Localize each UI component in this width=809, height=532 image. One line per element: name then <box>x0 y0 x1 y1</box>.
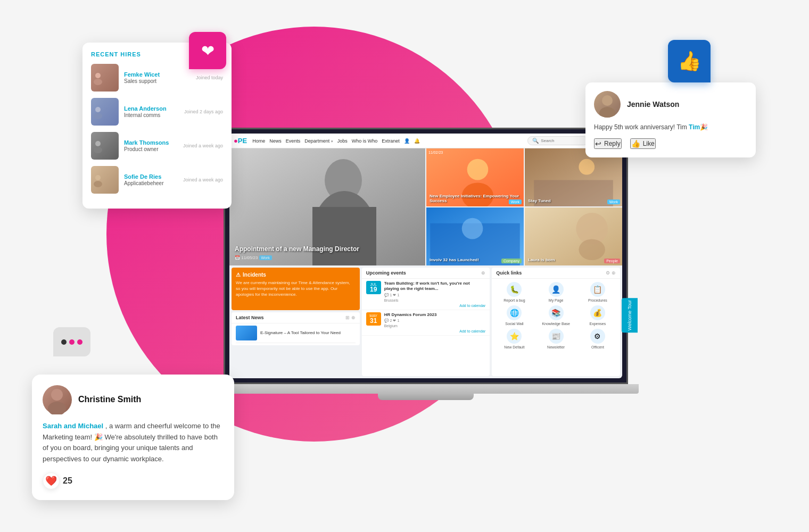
event-date-box-2: May 31 <box>366 312 381 326</box>
nav-icon-2[interactable]: 🔔 <box>414 138 420 144</box>
browser-content: ●PE Home News Events Department ▾ Jobs W… <box>229 134 622 378</box>
event-city-2: Belgium <box>384 324 486 328</box>
nav-extranet[interactable]: Extranet <box>382 138 400 144</box>
jennie-message: Happy 5th work anniversary! Tim Tim🎉 <box>594 123 747 132</box>
event-city-1: Brussels <box>384 298 486 302</box>
quick-link-my-page[interactable]: 👤 My Page <box>537 282 575 302</box>
event-day-1: 19 <box>369 286 378 293</box>
jennie-name: Jennie Watson <box>627 100 679 109</box>
svg-point-2 <box>95 107 101 112</box>
knowledge-base-icon: 📚 <box>549 305 564 320</box>
event-title-1: Team Building: If work isn't fun, you're… <box>384 281 486 292</box>
hero-section: Appointment of a new Managing Director 📅… <box>229 148 622 265</box>
my-page-label: My Page <box>549 298 564 302</box>
hire-joined: Joined a week ago <box>183 177 223 182</box>
reply-button[interactable]: ↩ Reply <box>594 138 622 149</box>
christine-mention-link[interactable]: Sarah and Michael <box>43 422 103 430</box>
like-icon: 👍 <box>631 139 640 148</box>
grid-item-3-text: Involv 32 has Launched! <box>430 257 479 262</box>
svg-point-1 <box>94 79 102 85</box>
nav-home[interactable]: Home <box>252 138 265 144</box>
hero-main-article[interactable]: Appointment of a new Managing Director 📅… <box>229 148 425 265</box>
laptop-base <box>213 384 639 394</box>
nav-icon-1[interactable]: 👤 <box>404 138 410 144</box>
christine-footer: ❤️ 25 <box>43 472 224 489</box>
quick-link-officent[interactable]: ⚙ Officent <box>579 329 617 349</box>
svg-point-20 <box>579 159 595 175</box>
grid-item-2-text: Stay Tuned <box>528 198 551 203</box>
quick-link-expenses[interactable]: 💰 Expenses <box>579 305 617 326</box>
main-content: Appointment of a new Managing Director 📅… <box>229 148 622 378</box>
event-item-2[interactable]: May 31 HR Dynamics Forum 2023 💬 2 ❤ 1 Be… <box>362 310 490 336</box>
like-button[interactable]: 👍 Like <box>630 138 656 149</box>
svg-point-11 <box>48 402 66 414</box>
report-bug-label: Report a bug <box>503 298 525 302</box>
hero-grid-item-1[interactable]: New Employee Initiatives: Empowering You… <box>426 148 524 206</box>
events-icon: ⊕ <box>481 270 485 276</box>
quick-link-procedures[interactable]: 📋 Procedures <box>579 282 617 302</box>
svg-point-5 <box>94 147 102 153</box>
site-logo[interactable]: ●PE <box>234 137 247 145</box>
hero-badge: Work <box>259 255 272 260</box>
svg-point-8 <box>602 95 613 106</box>
add-to-calendar-1[interactable]: Add to calendar <box>384 304 486 307</box>
news-item[interactable]: E-Signature – A Tool Tailored to Your Ne… <box>236 323 356 343</box>
latest-news-header: Latest News ⊞ ⊕ <box>232 312 360 323</box>
nav-jobs[interactable]: Jobs <box>337 138 348 144</box>
hero-title: Appointment of a new Managing Director <box>235 245 359 254</box>
laptop-screen: ●PE Home News Events Department ▾ Jobs W… <box>224 128 628 384</box>
hire-name: Sofie De Ries <box>124 173 178 180</box>
hire-role: Product owner <box>124 146 178 152</box>
nav-items: Home News Events Department ▾ Jobs Who i… <box>252 138 524 144</box>
nav-who-is-who[interactable]: Who is Who <box>352 138 378 144</box>
events-header: Upcoming events ⊕ <box>362 268 490 279</box>
event-item-1[interactable]: Jul 19 Team Building: If work isn't fun,… <box>362 279 490 310</box>
bottom-panels: ⚠ Incidents We are currently maintaining… <box>229 265 622 378</box>
hero-date: 📅 11/05/23 Work <box>235 255 359 260</box>
heart-reaction-icon[interactable]: ❤️ <box>43 472 60 489</box>
quick-link-knowledge-base[interactable]: 📚 Knowledge Base <box>537 305 575 326</box>
events-title: Upcoming events <box>366 270 406 276</box>
quick-link-report-bug[interactable]: 🐛 Report a bug <box>495 282 533 302</box>
hire-avatar <box>91 132 119 160</box>
svg-point-6 <box>95 175 101 180</box>
incidents-title: Incidents <box>243 272 266 278</box>
hero-grid: New Employee Initiatives: Empowering You… <box>426 148 622 265</box>
event-location-2: 💬 2 ❤ 1 <box>384 319 486 323</box>
christine-card: Christine Smith Sarah and Michael , a wa… <box>32 375 234 500</box>
dropdown-arrow: ▾ <box>331 139 333 143</box>
hero-grid-item-4[interactable]: Laura is born People <box>525 207 622 265</box>
nav-news[interactable]: News <box>269 138 282 144</box>
search-input[interactable] <box>541 138 583 143</box>
search-bar[interactable]: 🔍 <box>527 136 588 145</box>
grid-item-4-text: Laura is born <box>528 257 555 262</box>
like-notification-card: 👍 <box>668 40 711 82</box>
quick-link-newsletter[interactable]: 📰 Newsletter <box>537 329 575 349</box>
event-day-2: 31 <box>369 318 378 324</box>
nav-department[interactable]: Department ▾ <box>304 138 333 144</box>
hire-item[interactable]: Lena Anderson Internal comms Joined 2 da… <box>91 98 223 126</box>
browser-window: ●PE Home News Events Department ▾ Jobs W… <box>229 134 622 378</box>
procedures-label: Procedures <box>588 298 607 302</box>
quick-link-social-wall[interactable]: 🌐 Social Wall <box>495 305 533 326</box>
add-to-calendar-2[interactable]: Add to calendar <box>384 329 486 333</box>
christine-header: Christine Smith <box>43 385 224 414</box>
event-details-1: Team Building: If work isn't fun, you're… <box>384 281 486 307</box>
svg-point-4 <box>95 141 101 146</box>
events-panel: Upcoming events ⊕ Jul 19 Team Building: … <box>362 268 490 376</box>
hire-info: Lena Anderson Internal comms <box>124 105 179 118</box>
christine-message: Sarah and Michael , a warm and cheerful … <box>43 421 224 465</box>
hire-item[interactable]: Sofie De Ries Applicatiebeheer Joined a … <box>91 166 223 194</box>
hire-role: Sales support <box>124 78 191 84</box>
hire-item[interactable]: Mark Thomsons Product owner Joined a wee… <box>91 132 223 160</box>
grid-badge-2: Work <box>607 200 620 204</box>
hero-grid-item-3[interactable]: Involv 32 has Launched! Company <box>426 207 524 265</box>
nav-events[interactable]: Events <box>286 138 301 144</box>
quick-links-grid: 🐛 Report a bug 👤 My Page 📋 Procedures <box>492 279 620 352</box>
quick-link-new-default[interactable]: ⭐ New Default <box>495 329 533 349</box>
hire-role: Applicatiebeheer <box>124 180 178 186</box>
hire-avatar <box>91 64 119 92</box>
welcome-tour-ribbon[interactable]: Welcome Tour <box>622 298 622 332</box>
jennie-watson-card: Jennie Watson Happy 5th work anniversary… <box>585 82 756 157</box>
chat-dot-2 <box>69 339 75 345</box>
